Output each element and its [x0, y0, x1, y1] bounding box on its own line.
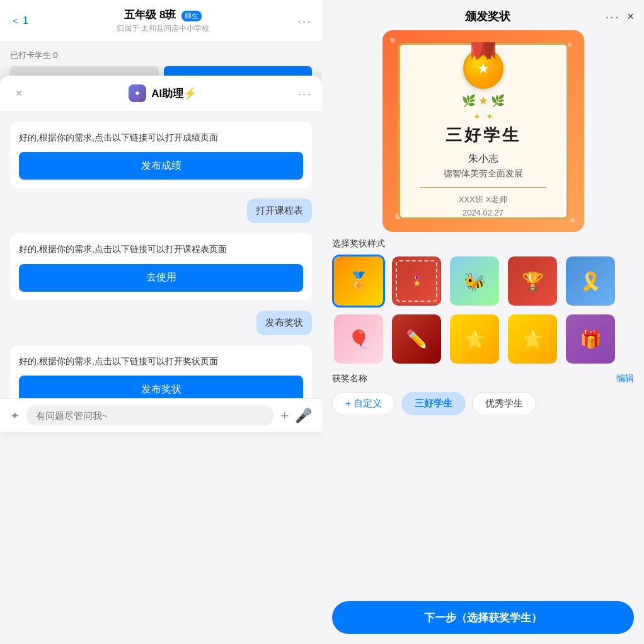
cert-main-title: 三好学生: [446, 124, 521, 146]
template-item-3[interactable]: 🐝: [448, 255, 501, 308]
template-item-7[interactable]: ✏️: [390, 313, 443, 365]
ai-more-button[interactable]: ···: [297, 86, 312, 101]
award-name-section: 获奖名称 编辑: [322, 373, 644, 392]
left-panel: ＜ 1 五年级 8班 师生 归属于 太和县闾庙中小学校 ··· 已打卡学生:0 …: [0, 0, 322, 644]
bot-message-1: 好的,根据你的需求,点击以下链接可以打开成绩页面 发布成绩: [10, 122, 312, 188]
youxiu-chip[interactable]: 优秀学生: [472, 392, 536, 415]
school-name: 归属于 太和县闾庙中小学校: [117, 23, 209, 34]
back-button[interactable]: ＜ 1: [10, 14, 28, 28]
template-preview-1: 🏅: [334, 256, 383, 306]
template-item-9[interactable]: 🌟: [506, 313, 559, 365]
bot-text-2: 好的,根据你的需求,点击以下链接可以打开课程表页面: [19, 244, 227, 254]
template-item-6[interactable]: 🎈: [332, 313, 385, 365]
stars-decoration: ✦ ✦: [473, 112, 493, 122]
template-preview-4: 🏆: [508, 256, 557, 306]
sanhao-chip-label: 三好学生: [415, 398, 452, 408]
class-title: 五年级 8班 师生: [117, 8, 209, 22]
ai-title: AI助理⚡: [151, 86, 197, 101]
template-preview-6: 🎈: [334, 314, 383, 364]
award-close-button[interactable]: ×: [627, 10, 634, 23]
award-more-button[interactable]: ···: [606, 9, 620, 24]
cert-description: 德智体美劳全面发展: [444, 168, 523, 180]
back-count: 1: [23, 15, 28, 26]
template-item-1[interactable]: 🏅: [332, 255, 385, 308]
ai-title-area: ✦ AI助理⚡: [129, 84, 197, 102]
ai-modal-header: × ✦ AI助理⚡ ···: [0, 76, 322, 112]
template-item-10[interactable]: 🎁: [564, 313, 617, 365]
template-item-4[interactable]: 🏆: [506, 255, 559, 308]
award-chips-row: + 自定义 三好学生 优秀学生: [322, 392, 644, 425]
class-header: ＜ 1 五年级 8班 师生 归属于 太和县闾庙中小学校 ···: [0, 0, 322, 42]
chevron-left-icon: ＜: [10, 14, 20, 28]
user-bubble-2: 发布奖状: [256, 311, 312, 335]
ai-close-button[interactable]: ×: [10, 84, 28, 102]
next-step-button[interactable]: 下一步（选择获奖学生）: [332, 601, 634, 634]
laurel-decoration: 🌿 ★ 🌿: [462, 94, 505, 108]
template-item-5[interactable]: 🎗️: [564, 255, 617, 308]
user-bubble-1: 打开课程表: [247, 198, 312, 223]
cert-recipient-name: 朱小志: [468, 152, 498, 166]
template-section-label: 选择奖状样式: [322, 238, 644, 255]
certificate-medal: ★: [458, 51, 509, 89]
go-use-button[interactable]: 去使用: [19, 264, 303, 292]
cert-class-info: XXX班 X老师: [459, 194, 507, 205]
certificate-inner: ★ 🌿 ★ 🌿 ✦ ✦ 三好学生 朱小志: [398, 43, 568, 219]
template-item-2[interactable]: 🎖️: [390, 255, 443, 308]
ai-assistant-modal: × ✦ AI助理⚡ ··· 好的,根据你的需求,点击以下链接可以打开成绩页面 发…: [0, 76, 322, 432]
class-name: 五年级 8班: [124, 9, 176, 21]
chat-body: 好的,根据你的需求,点击以下链接可以打开成绩页面 发布成绩 打开课程表 好的,根…: [0, 112, 322, 432]
mic-button[interactable]: 🎤: [295, 408, 312, 424]
magic-icon: ✦: [10, 409, 20, 423]
award-edit-button[interactable]: 编辑: [616, 373, 634, 384]
certificate-preview: ★ 🌿 ★ 🌿 ✦ ✦ 三好学生 朱小志: [382, 30, 584, 232]
template-preview-8: ⭐: [450, 314, 499, 364]
publish-grades-button[interactable]: 发布成绩: [19, 152, 303, 180]
youxiu-chip-label: 优秀学生: [485, 398, 523, 408]
template-item-8[interactable]: ⭐: [448, 313, 501, 365]
bot-message-2: 好的,根据你的需求,点击以下链接可以打开课程表页面 去使用: [10, 233, 312, 300]
chat-input-bar: ✦ + 🎤: [0, 398, 322, 432]
cert-star-center: ★: [478, 94, 488, 108]
class-info: 五年级 8班 师生 归属于 太和县闾庙中小学校: [117, 8, 209, 34]
template-preview-3: 🐝: [450, 256, 499, 306]
template-preview-5: 🎗️: [566, 256, 615, 306]
certificate-preview-area: ★ 🌿 ★ 🌿 ✦ ✦ 三好学生 朱小志: [322, 30, 644, 238]
chat-input[interactable]: [26, 405, 274, 426]
ai-icon-char: ✦: [134, 88, 141, 98]
template-preview-9: 🌟: [508, 314, 557, 364]
bot-text-3: 好的,根据你的需求,点击以下链接可以打开奖状页面: [19, 356, 218, 366]
medal-ribbon-svg: [459, 42, 508, 61]
user-message-2: 发布奖状: [10, 311, 312, 335]
custom-chip-label: + 自定义: [345, 398, 382, 408]
right-panel: 颁发奖状 ··· ×: [322, 0, 644, 644]
cert-divider: [420, 187, 546, 188]
template-preview-10: 🎁: [566, 314, 615, 364]
bot-text-1: 好的,根据你的需求,点击以下链接可以打开成绩页面: [19, 132, 218, 142]
add-button[interactable]: +: [280, 408, 289, 424]
cert-date: 2024.02.27: [463, 208, 503, 217]
sanhao-chip[interactable]: 三好学生: [401, 392, 466, 415]
teacher-student-badge: 师生: [181, 11, 202, 21]
more-options-button[interactable]: ···: [297, 14, 312, 28]
header-actions: ··· ×: [606, 9, 634, 24]
template-grid: 🏅 🎖️ 🐝 🏆 🎗️ 🎈 ✏️ ⭐ 🌟 🎁: [322, 255, 644, 373]
template-preview-7: ✏️: [392, 314, 441, 364]
ai-icon: ✦: [129, 84, 146, 102]
template-preview-2: 🎖️: [392, 256, 441, 306]
medal-star-icon: ★: [477, 60, 490, 77]
award-title: 颁发奖状: [465, 9, 510, 24]
custom-chip[interactable]: + 自定义: [332, 392, 395, 415]
award-header: 颁发奖状 ··· ×: [322, 0, 644, 30]
user-message-1: 打开课程表: [10, 198, 312, 223]
award-name-label: 获奖名称: [332, 373, 367, 384]
checkin-count: 已打卡学生:0: [10, 50, 312, 61]
